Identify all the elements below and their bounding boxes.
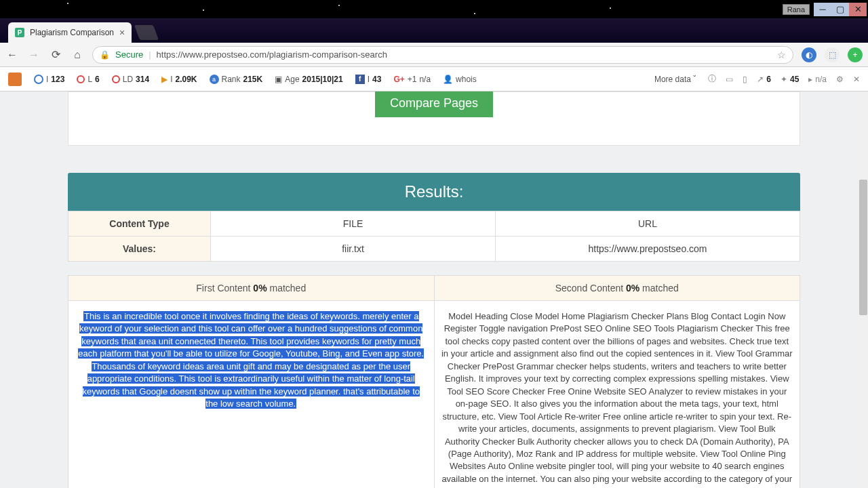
seo-settings-icon[interactable]: ⚙ bbox=[836, 75, 844, 84]
tab-title: Plagiarism Comparison bbox=[30, 28, 114, 37]
new-tab-button[interactable] bbox=[134, 25, 159, 40]
second-content-body: Model Heading Close Model Home Plagiaris… bbox=[435, 301, 800, 488]
compare-card: Compare Pages bbox=[68, 92, 800, 146]
browser-tab-active[interactable]: P Plagiarism Comparison × bbox=[8, 22, 132, 43]
extension-icon-2[interactable]: ⬚ bbox=[825, 47, 840, 62]
second-content-header: Second Content 0% matched bbox=[434, 276, 800, 301]
seo-screen-icon[interactable]: ▭ bbox=[726, 75, 733, 84]
first-content-body-cell: This is an incredible tool once it invol… bbox=[68, 301, 435, 489]
seo-item-facebook[interactable]: f I 43 bbox=[355, 75, 382, 84]
values-label: Values: bbox=[68, 237, 211, 262]
seo-item-whois[interactable]: 👤 whois bbox=[443, 75, 477, 84]
seo-doc-icon[interactable]: ▯ bbox=[743, 75, 747, 84]
os-titlebar: Rana ─ ▢ ✕ bbox=[0, 0, 868, 18]
seo-item-bing[interactable]: ▶ I 2.09K bbox=[161, 75, 197, 84]
page-scrollbar[interactable] bbox=[859, 92, 868, 488]
secure-label: Secure bbox=[115, 49, 143, 60]
file-header: FILE bbox=[211, 211, 496, 237]
content-comparison-table: First Content 0% matched Second Content … bbox=[68, 275, 800, 488]
scrollbar-thumb[interactable] bbox=[859, 180, 867, 315]
seo-item-age[interactable]: ▣ Age 2015|10|21 bbox=[275, 75, 342, 84]
seo-toolbar-logo-icon[interactable] bbox=[8, 73, 22, 86]
seo-more-data-dropdown[interactable]: More data ˇ bbox=[654, 75, 696, 84]
extension-icon-3[interactable]: + bbox=[848, 47, 863, 62]
seo-linkcount[interactable]: ↗ 6 bbox=[757, 75, 771, 84]
table-row: Values: fiir.txt https://www.prepostseo.… bbox=[68, 237, 800, 262]
results-heading: Results: bbox=[68, 173, 800, 211]
seo-item-ld[interactable]: LD 314 bbox=[112, 75, 149, 84]
file-value: fiir.txt bbox=[211, 237, 496, 262]
extension-icon-1[interactable]: ◐ bbox=[802, 47, 816, 62]
table-row: Content Type FILE URL bbox=[68, 211, 800, 237]
window-close-button[interactable]: ✕ bbox=[849, 3, 867, 16]
compare-pages-button[interactable]: Compare Pages bbox=[375, 92, 493, 117]
second-content-body-cell: Model Heading Close Model Home Plagiaris… bbox=[434, 301, 800, 489]
lock-icon: 🔒 bbox=[100, 50, 110, 60]
url-value: https://www.prepostseo.com bbox=[496, 237, 800, 262]
tab-close-icon[interactable]: × bbox=[119, 27, 125, 38]
browser-tabstrip: P Plagiarism Comparison × bbox=[0, 18, 868, 43]
address-bar[interactable]: 🔒 Secure | https://www.prepostseo.com/pl… bbox=[92, 46, 793, 64]
url-text: https://www.prepostseo.com/plagiarism-co… bbox=[157, 49, 387, 60]
content-type-label: Content Type bbox=[68, 211, 211, 237]
browser-toolbar: ← → ⟳ ⌂ 🔒 Secure | https://www.prepostse… bbox=[0, 43, 868, 67]
seo-info-icon[interactable]: ⓘ bbox=[708, 73, 716, 85]
seo-item-indexed[interactable]: I 123 bbox=[34, 75, 64, 84]
results-summary-table: Content Type FILE URL Values: fiir.txt h… bbox=[68, 211, 800, 262]
window-maximize-button[interactable]: ▢ bbox=[831, 3, 849, 16]
chevron-down-icon: ˇ bbox=[693, 75, 696, 84]
url-header: URL bbox=[496, 211, 800, 237]
page-content: Compare Pages Results: Content Type FILE… bbox=[0, 92, 868, 488]
first-content-header: First Content 0% matched bbox=[68, 276, 435, 301]
seo-item-rank[interactable]: a Rank 215K bbox=[210, 75, 263, 84]
os-username-badge: Rana bbox=[783, 4, 810, 15]
nav-forward-button[interactable]: → bbox=[27, 49, 41, 61]
tab-favicon-icon: P bbox=[15, 28, 24, 37]
seo-extension-toolbar: I 123 L 6 LD 314 ▶ I 2.09K a Rank 215K ▣… bbox=[0, 67, 868, 92]
seo-item-l[interactable]: L 6 bbox=[77, 75, 99, 84]
nav-home-button[interactable]: ⌂ bbox=[71, 49, 84, 61]
nav-reload-button[interactable]: ⟳ bbox=[49, 48, 62, 61]
first-content-body-highlighted[interactable]: This is an incredible tool once it invol… bbox=[78, 311, 424, 409]
seo-item-gplus[interactable]: G+ +1 n/a bbox=[393, 75, 431, 84]
seo-close-icon[interactable]: ✕ bbox=[853, 75, 860, 84]
seo-na[interactable]: ▸ n/a bbox=[808, 75, 827, 84]
seo-count45[interactable]: ✦ 45 bbox=[781, 75, 799, 84]
nav-back-button[interactable]: ← bbox=[5, 49, 19, 61]
bookmark-star-icon[interactable]: ☆ bbox=[777, 49, 786, 60]
window-minimize-button[interactable]: ─ bbox=[814, 3, 831, 16]
